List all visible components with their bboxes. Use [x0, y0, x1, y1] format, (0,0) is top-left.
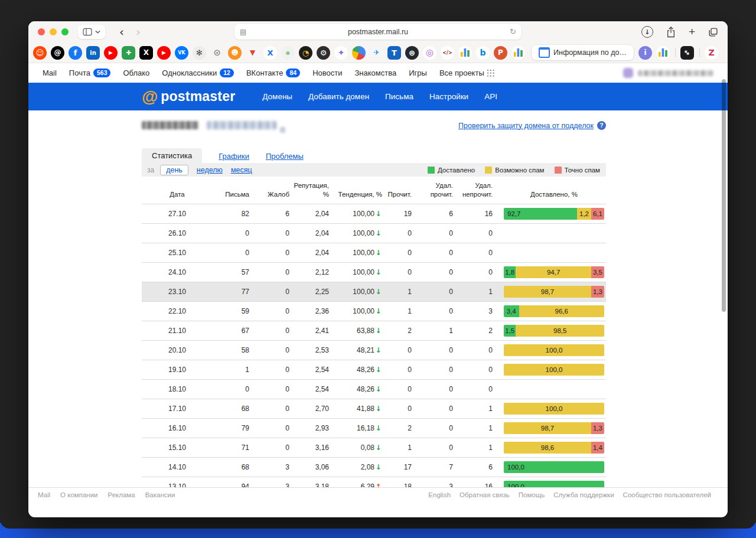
- product-hunt-icon[interactable]: P: [494, 46, 507, 60]
- help-question-icon[interactable]: ?: [597, 121, 606, 130]
- postmaster-logo[interactable]: @ postmaster: [142, 89, 235, 105]
- bar-segment-yellow: 98,7: [504, 422, 591, 434]
- tab-overview-button[interactable]: [708, 27, 718, 37]
- minimize-window-button[interactable]: [50, 28, 57, 35]
- mailru-nav-item-игры[interactable]: Игры: [409, 69, 427, 77]
- t-letter-icon[interactable]: T: [387, 46, 401, 60]
- table-row[interactable]: 14.106833,062,08↓1776100,0: [142, 458, 606, 477]
- postmaster-nav-настройки[interactable]: Настройки: [429, 92, 468, 101]
- table-row[interactable]: 19.10102,5448,26↓000100,0: [142, 360, 606, 380]
- page-settings-icon[interactable]: ▤: [240, 28, 246, 36]
- ads-chart-3-icon[interactable]: [656, 46, 670, 60]
- forward-button[interactable]: ›: [136, 26, 141, 38]
- period-option-месяц[interactable]: месяц: [231, 166, 252, 174]
- value-cell: 0: [249, 424, 289, 432]
- youtube-icon[interactable]: ▶: [104, 46, 118, 60]
- tab-проблемы[interactable]: Проблемы: [266, 152, 304, 161]
- footer-link-служба-поддержки[interactable]: Служба поддержки: [553, 491, 614, 498]
- user-account-area[interactable]: [623, 68, 713, 78]
- x-blue-icon[interactable]: X: [263, 46, 277, 60]
- code-icon[interactable]: </>: [441, 46, 454, 60]
- mailru-nav-item-облако[interactable]: Облако: [123, 69, 149, 77]
- tab-графики[interactable]: Графики: [219, 152, 249, 161]
- expand-icon[interactable]: ↔: [680, 46, 694, 60]
- facebook-icon[interactable]: f: [69, 46, 82, 60]
- clock-icon[interactable]: ◔: [299, 46, 312, 60]
- tab-group-pill[interactable]: Информация по до…: [532, 45, 634, 60]
- footer-link-сообщество-пользователей[interactable]: Сообщество пользователей: [623, 491, 711, 498]
- value-cell: 1: [382, 307, 412, 315]
- footer-link-помощь[interactable]: Помощь: [519, 491, 545, 498]
- postmaster-nav-добавить-домен[interactable]: Добавить домен: [308, 92, 369, 101]
- table-row[interactable]: 22.105902,36100,00↓1033,496,6: [142, 302, 606, 321]
- x-twitter-icon[interactable]: X: [139, 46, 153, 60]
- rocket-icon[interactable]: ✈: [370, 46, 383, 60]
- table-row[interactable]: 27.108262,04100,00↓1961692,71,26,1: [142, 204, 606, 224]
- postmaster-nav-письма[interactable]: Письма: [385, 92, 413, 101]
- protect-domain-link[interactable]: Проверить защиту домена от подделок: [458, 122, 594, 130]
- back-button[interactable]: ‹: [119, 26, 124, 38]
- bing-icon[interactable]: b: [476, 46, 490, 60]
- table-row[interactable]: 17.106802,7041,88↓001100,0: [142, 399, 606, 419]
- postmaster-nav-домены[interactable]: Домены: [262, 92, 292, 101]
- table-row[interactable]: 16.107902,9316,18↓20198,71,3: [142, 419, 606, 438]
- close-window-button[interactable]: [38, 28, 45, 35]
- reload-icon[interactable]: ↻: [510, 27, 516, 36]
- delivered-cell: 98,71,3: [493, 422, 604, 434]
- period-option-день[interactable]: день: [160, 165, 188, 175]
- gitlab-icon[interactable]: ▼: [246, 46, 259, 60]
- value-cell: 58: [213, 346, 249, 354]
- mailru-nav-item-знакомства[interactable]: Знакомства: [354, 69, 396, 77]
- address-bar[interactable]: ▤ postmaster.mail.ru ↻: [234, 24, 522, 40]
- purple-rings-icon[interactable]: ◎: [423, 46, 436, 60]
- favorites-bar: ☺@fin▶✚X▶VK✻⊙☻▼X●◔⚙✦✈T⊛◎</>bP Информация…: [28, 43, 728, 63]
- period-option-неделю[interactable]: неделю: [197, 166, 223, 174]
- mailru-nav-item-вконтакте[interactable]: ВКонтакте84: [246, 69, 300, 78]
- scrollbar-thumb[interactable]: [722, 79, 726, 312]
- gear-icon[interactable]: ⚙: [317, 46, 330, 60]
- table-row[interactable]: 21.106702,4163,88↓2121,598,5: [142, 321, 606, 341]
- pie-chart-icon[interactable]: [352, 46, 366, 60]
- green-cross-icon[interactable]: ✚: [122, 46, 135, 60]
- github-icon[interactable]: ⊛: [405, 46, 419, 60]
- reddit-icon[interactable]: ☺: [33, 46, 47, 60]
- footer-link-mail[interactable]: Mail: [38, 491, 50, 498]
- green-dot-icon[interactable]: ●: [281, 46, 295, 60]
- table-row[interactable]: 15.107103,160,08↓10198,61,4: [142, 438, 606, 458]
- sidebar-toggle-button[interactable]: [78, 25, 105, 39]
- table-row[interactable]: 20.105802,5348,21↓000100,0: [142, 341, 606, 360]
- compass-icon[interactable]: ⊙: [210, 46, 224, 60]
- asterisk-icon[interactable]: ✻: [193, 46, 206, 60]
- mailru-nav-item-почта[interactable]: Почта563: [69, 69, 111, 78]
- table-row[interactable]: 25.10002,04100,00↓000: [142, 243, 606, 263]
- share-button[interactable]: [666, 27, 676, 38]
- mailru-nav-item-одноклассники[interactable]: Одноклассники12: [162, 69, 234, 78]
- footer-link-о-компании[interactable]: О компании: [60, 491, 97, 498]
- table-row[interactable]: 24.105702,12100,00↓0001,894,73,5: [142, 263, 606, 282]
- threads-icon[interactable]: @: [51, 46, 64, 60]
- ads-chart-icon[interactable]: [458, 46, 472, 60]
- zoom-window-button[interactable]: [61, 28, 69, 35]
- footer-link-english[interactable]: English: [428, 491, 451, 498]
- vk-icon[interactable]: VK: [175, 46, 188, 60]
- zotero-icon[interactable]: Z: [705, 46, 718, 60]
- new-tab-button[interactable]: +: [689, 25, 695, 38]
- linkedin-icon[interactable]: in: [86, 46, 100, 60]
- footer-link-вакансии[interactable]: Вакансии: [145, 491, 175, 498]
- mailru-nav-item-все-проекты[interactable]: Все проекты: [439, 69, 494, 77]
- postmaster-nav-api[interactable]: API: [484, 92, 497, 101]
- tab-statistics-active[interactable]: Статистика: [142, 148, 202, 163]
- youtube-2-icon[interactable]: ▶: [157, 46, 171, 60]
- sparkle-icon[interactable]: ✦: [334, 46, 348, 60]
- downloads-button[interactable]: ↓: [641, 26, 653, 38]
- table-row[interactable]: 18.10002,5448,26↓000: [142, 380, 606, 399]
- footer-link-реклама[interactable]: Реклама: [108, 491, 135, 498]
- footer-link-обратная-связь[interactable]: Обратная связь: [460, 491, 510, 498]
- table-row[interactable]: 26.10002,04100,00↓000: [142, 224, 606, 243]
- mailru-nav-item-новости[interactable]: Новости: [312, 69, 342, 77]
- info-circle-icon[interactable]: i: [638, 46, 652, 60]
- mailru-nav-item-mail[interactable]: Mail: [43, 69, 57, 77]
- ads-chart-2-icon[interactable]: [511, 46, 525, 60]
- odnoklassniki-icon[interactable]: ☻: [228, 46, 242, 60]
- table-row[interactable]: 23.107702,25100,00↓10198,71,3: [142, 282, 606, 302]
